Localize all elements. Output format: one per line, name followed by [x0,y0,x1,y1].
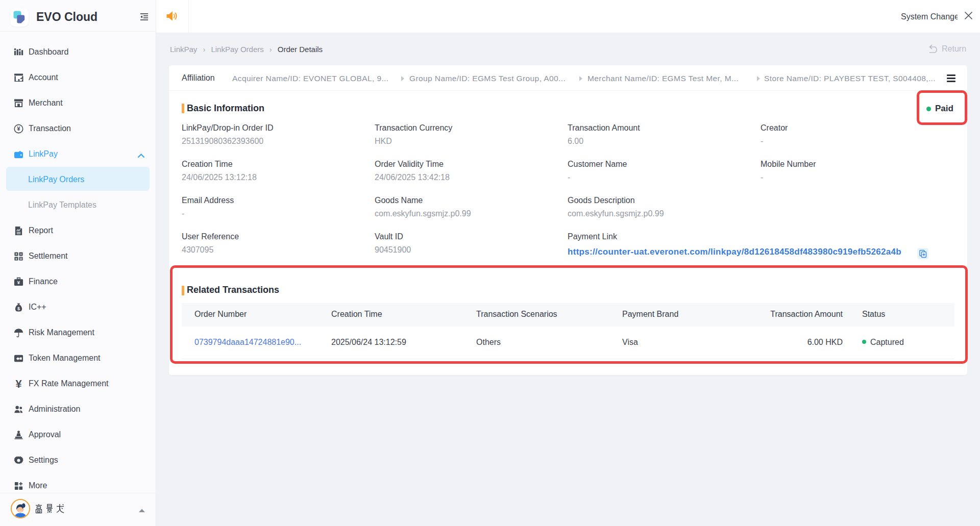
svg-text:¥: ¥ [17,280,20,285]
svg-text:¥: ¥ [17,126,20,132]
svg-text:$: $ [17,306,20,311]
svg-text:¥: ¥ [15,379,22,389]
